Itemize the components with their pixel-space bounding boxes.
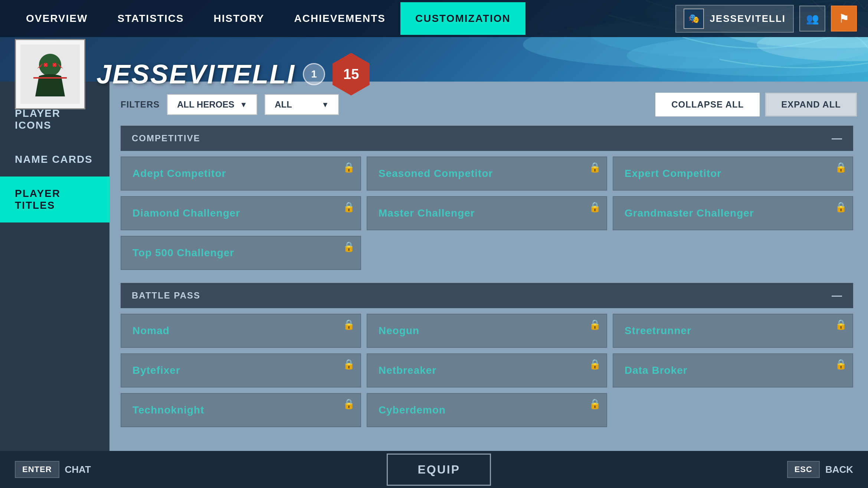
equip-button[interactable]: EQUIP xyxy=(387,454,491,486)
lock-icon: 🔒 xyxy=(589,319,601,330)
back-label: BACK xyxy=(825,464,853,475)
rank-badge: 1 xyxy=(303,63,325,85)
bottom-bar: ENTER CHAT EQUIP ESC BACK xyxy=(0,451,868,488)
card-data-broker[interactable]: Data Broker 🔒 xyxy=(613,353,853,388)
battle-pass-section-header[interactable]: BATTLE PASS — xyxy=(121,283,853,308)
card-label: Diamond Challenger xyxy=(132,207,240,219)
card-cyberdemon[interactable]: Cyberdemon 🔒 xyxy=(367,393,607,427)
esc-key: ESC xyxy=(787,461,820,478)
main-content: PLAYER ICONS NAME CARDS PLAYER TITLES FI… xyxy=(0,82,868,488)
competitive-section-header[interactable]: COMPETITIVE — xyxy=(121,126,853,151)
card-grandmaster-challenger[interactable]: Grandmaster Challenger 🔒 xyxy=(613,196,853,230)
lock-icon: 🔒 xyxy=(589,201,601,213)
lock-icon: 🔒 xyxy=(589,162,601,173)
tab-overview[interactable]: OVERVIEW xyxy=(11,2,102,35)
user-badge[interactable]: 🎭 JESSEVITELLI xyxy=(675,5,794,33)
card-bytefixer[interactable]: Bytefixer 🔒 xyxy=(121,353,361,388)
card-streetrunner[interactable]: Streetrunner 🔒 xyxy=(613,314,853,348)
lock-icon: 🔒 xyxy=(343,359,355,370)
enter-hint: ENTER CHAT xyxy=(15,461,91,478)
sidebar-item-player-titles[interactable]: PLAYER TITLES xyxy=(0,177,109,222)
friends-icon: 👥 xyxy=(806,13,819,25)
card-technoknight[interactable]: Technoknight 🔒 xyxy=(121,393,361,427)
card-top500-challenger[interactable]: Top 500 Challenger 🔒 xyxy=(121,236,361,270)
card-label: Master Challenger xyxy=(379,207,475,219)
card-label: Neogun xyxy=(379,325,419,337)
battle-pass-cards-grid: Nomad 🔒 Neogun 🔒 Streetrunner 🔒 Bytefixe… xyxy=(121,308,853,433)
avatar-icon xyxy=(20,44,80,104)
card-seasoned-competitor[interactable]: Seasoned Competitor 🔒 xyxy=(367,156,607,191)
competitive-cards-grid: Adept Competitor 🔒 Seasoned Competitor 🔒… xyxy=(121,151,853,276)
card-label: Adept Competitor xyxy=(132,168,226,179)
profile-section: JESSEVITELLI 1 15 xyxy=(15,37,370,111)
card-diamond-challenger[interactable]: Diamond Challenger 🔒 xyxy=(121,196,361,230)
lock-icon: 🔒 xyxy=(589,398,601,410)
svg-point-8 xyxy=(39,54,61,76)
card-nomad[interactable]: Nomad 🔒 xyxy=(121,314,361,348)
battle-pass-toggle: — xyxy=(832,290,842,301)
card-label: Data Broker xyxy=(625,365,688,376)
user-avatar-small: 🎭 xyxy=(684,9,704,29)
card-label: Seasoned Competitor xyxy=(379,168,493,179)
card-master-challenger[interactable]: Master Challenger 🔒 xyxy=(367,196,607,230)
card-label: Grandmaster Challenger xyxy=(625,207,754,219)
content-panel: FILTERS ALL HEROES ▼ ALL ▼ COLLAPSE ALL … xyxy=(109,82,868,488)
username-display: JESSEVITELLI xyxy=(710,13,786,24)
sidebar: PLAYER ICONS NAME CARDS PLAYER TITLES xyxy=(0,82,109,488)
lock-icon: 🔒 xyxy=(343,162,355,173)
tab-achievements[interactable]: ACHIEVEMENTS xyxy=(279,2,400,35)
friends-button[interactable]: 👥 xyxy=(799,6,825,32)
lock-icon: 🔒 xyxy=(835,201,847,213)
level-badge: 15 xyxy=(333,53,370,96)
card-expert-competitor[interactable]: Expert Competitor 🔒 xyxy=(613,156,853,191)
player-info: JESSEVITELLI 1 15 xyxy=(96,53,370,96)
battle-pass-section: BATTLE PASS — Nomad 🔒 Neogun 🔒 Streetrun… xyxy=(121,283,853,433)
sidebar-item-name-cards[interactable]: NAME CARDS xyxy=(0,142,109,177)
lock-icon: 🔒 xyxy=(343,201,355,213)
competitive-section: COMPETITIVE — Adept Competitor 🔒 Seasone… xyxy=(121,126,853,276)
top-navigation: OVERVIEW STATISTICS HISTORY ACHIEVEMENTS… xyxy=(0,0,868,37)
enter-label: CHAT xyxy=(65,464,91,475)
card-netbreaker[interactable]: Netbreaker 🔒 xyxy=(367,353,607,388)
card-label: Netbreaker xyxy=(379,365,436,376)
rank-number: 1 xyxy=(311,68,317,80)
card-label: Cyberdemon xyxy=(379,404,446,416)
card-adept-competitor[interactable]: Adept Competitor 🔒 xyxy=(121,156,361,191)
tab-statistics[interactable]: STATISTICS xyxy=(102,2,199,35)
lock-icon: 🔒 xyxy=(343,319,355,330)
lock-icon: 🔒 xyxy=(835,162,847,173)
tab-customization[interactable]: CUSTOMIZATION xyxy=(400,2,525,35)
competitive-toggle: — xyxy=(832,132,842,144)
level-number: 15 xyxy=(343,67,359,81)
nav-tabs: OVERVIEW STATISTICS HISTORY ACHIEVEMENTS… xyxy=(11,2,675,35)
tab-history[interactable]: HISTORY xyxy=(199,2,279,35)
collapse-all-button[interactable]: COLLAPSE ALL xyxy=(655,93,760,116)
card-label: Expert Competitor xyxy=(625,168,721,179)
lock-icon: 🔒 xyxy=(589,359,601,370)
lock-icon: 🔒 xyxy=(835,359,847,370)
nav-right: 🎭 JESSEVITELLI 👥 ⚑ xyxy=(675,5,857,33)
card-label: Bytefixer xyxy=(132,365,180,376)
expand-all-button[interactable]: EXPAND ALL xyxy=(765,93,857,116)
player-name: JESSEVITELLI xyxy=(96,59,295,89)
competitive-section-title: COMPETITIVE xyxy=(132,133,200,144)
player-avatar xyxy=(15,39,85,109)
notification-button[interactable]: ⚑ xyxy=(831,6,857,32)
notification-icon: ⚑ xyxy=(839,11,849,26)
esc-hint: ESC BACK xyxy=(787,461,853,478)
card-label: Top 500 Challenger xyxy=(132,247,234,259)
lock-icon: 🔒 xyxy=(343,241,355,253)
card-neogun[interactable]: Neogun 🔒 xyxy=(367,314,607,348)
lock-icon: 🔒 xyxy=(343,398,355,410)
lock-icon: 🔒 xyxy=(835,319,847,330)
hex-shape: 15 xyxy=(333,53,370,96)
battle-pass-section-title: BATTLE PASS xyxy=(132,290,200,301)
card-label: Technoknight xyxy=(132,404,204,416)
card-label: Streetrunner xyxy=(625,325,691,337)
card-label: Nomad xyxy=(132,325,170,337)
scroll-area[interactable]: COMPETITIVE — Adept Competitor 🔒 Seasone… xyxy=(121,126,857,477)
action-buttons: COLLAPSE ALL EXPAND ALL xyxy=(655,93,857,116)
enter-key: ENTER xyxy=(15,461,59,478)
